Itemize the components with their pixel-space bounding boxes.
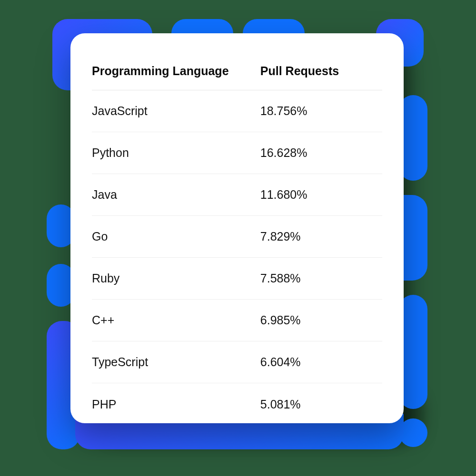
table-row: Python 16.628% <box>92 132 382 174</box>
cell-pull-requests: 5.081% <box>260 398 382 411</box>
cell-language: Python <box>92 146 260 160</box>
table-row: Java 11.680% <box>92 174 382 216</box>
cell-pull-requests: 16.628% <box>260 146 382 160</box>
cell-language: C++ <box>92 313 260 327</box>
cell-language: PHP <box>92 398 260 411</box>
table-header-row: Programming Language Pull Requests <box>92 52 382 90</box>
table-row: JavaScript 18.756% <box>92 90 382 132</box>
cell-pull-requests: 6.604% <box>260 355 382 369</box>
language-table-card: Programming Language Pull Requests JavaS… <box>70 33 404 423</box>
cell-pull-requests: 6.985% <box>260 313 382 327</box>
table-row: C++ 6.985% <box>92 300 382 341</box>
cell-language: Go <box>92 230 260 243</box>
table-row: TypeScript 6.604% <box>92 341 382 383</box>
cell-pull-requests: 7.829% <box>260 230 382 243</box>
header-language: Programming Language <box>92 64 260 78</box>
table-row: Go 7.829% <box>92 216 382 258</box>
table-row: Ruby 7.588% <box>92 258 382 300</box>
cell-language: Java <box>92 188 260 202</box>
cell-pull-requests: 7.588% <box>260 272 382 285</box>
cell-language: Ruby <box>92 272 260 285</box>
cell-language: TypeScript <box>92 355 260 369</box>
cell-language: JavaScript <box>92 104 260 118</box>
cell-pull-requests: 11.680% <box>260 188 382 202</box>
header-pull-requests: Pull Requests <box>260 64 382 78</box>
cell-pull-requests: 18.756% <box>260 104 382 118</box>
table-row: PHP 5.081% <box>92 383 382 425</box>
